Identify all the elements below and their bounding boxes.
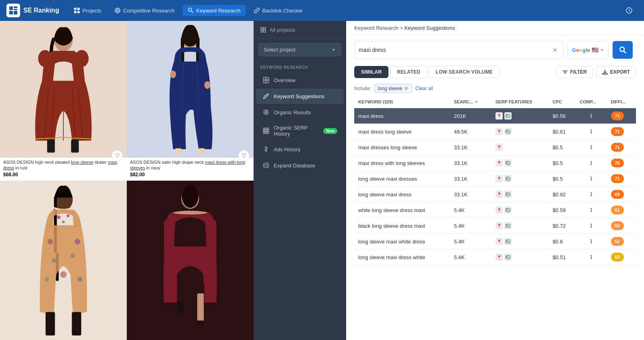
keyword-cell[interactable]: long sleeve maxi dress white xyxy=(354,249,450,265)
svg-rect-58 xyxy=(177,301,184,313)
img-serp-icon xyxy=(504,128,512,135)
svg-rect-87 xyxy=(603,73,607,74)
search-engine-selector[interactable]: Google 🇺🇸 xyxy=(568,41,609,59)
col-cpc[interactable]: CPC xyxy=(549,96,576,108)
pin-serp-icon: 📍 xyxy=(495,159,503,167)
pin-serp-icon: 📍 xyxy=(495,206,503,214)
svg-point-41 xyxy=(47,239,53,244)
svg-rect-3 xyxy=(9,11,13,14)
keyword-cell[interactable]: long sleeve maxi white dress xyxy=(354,234,450,249)
nav-keyword-label: Keyword Research xyxy=(196,8,241,14)
cpc-cell: $0.72 xyxy=(549,218,576,234)
all-projects-label: All projects xyxy=(270,27,295,33)
comp-cell: 1 xyxy=(576,218,607,234)
sidebar-item-keyword-suggestions[interactable]: Keyword Suggestions xyxy=(256,89,344,104)
col-comp[interactable]: COMP... xyxy=(576,96,607,108)
filter-tag-remove-button[interactable]: ✕ xyxy=(404,85,409,91)
serp-features-cell: 📍 xyxy=(491,171,549,187)
nav-item-timer[interactable] xyxy=(621,4,638,16)
keyword-cell[interactable]: maxi dress with long sleeves xyxy=(354,155,450,171)
col-keyword[interactable]: KEYWORD (329) xyxy=(354,96,450,108)
search-button[interactable] xyxy=(613,41,633,59)
keyword-cell[interactable]: long sleeve maxi dress xyxy=(354,187,450,202)
breadcrumb-parent[interactable]: Keyword Research xyxy=(354,25,398,31)
select-project-dropdown[interactable]: Select project xyxy=(258,43,341,56)
difficulty-cell: 54 xyxy=(607,218,636,234)
svg-point-81 xyxy=(264,163,268,165)
search-volume-cell: 33.1K xyxy=(450,155,491,171)
cpc-cell: $0.5 xyxy=(549,155,576,171)
svg-rect-92 xyxy=(506,161,510,165)
search-volume-cell: 5.4K xyxy=(450,202,491,218)
keyword-cell[interactable]: black long sleeve dress maxi xyxy=(354,218,450,234)
svg-rect-65 xyxy=(266,77,269,80)
svg-rect-33 xyxy=(199,148,205,154)
nav-item-backlink-checker[interactable]: Backlink Checker xyxy=(249,5,308,16)
svg-rect-61 xyxy=(264,27,266,29)
tab-similar[interactable]: SIMILAR xyxy=(354,66,388,78)
svg-point-70 xyxy=(266,112,266,113)
col-diff[interactable]: DIFFI... xyxy=(607,96,636,108)
nav-backlink-label: Backlink Checker xyxy=(262,8,303,14)
svg-rect-62 xyxy=(261,30,263,32)
svg-rect-59 xyxy=(197,320,204,325)
tab-related[interactable]: RELATED xyxy=(390,66,427,78)
difficulty-cell: 51 xyxy=(607,202,636,218)
product-1-wishlist-button[interactable]: ♡ xyxy=(111,150,123,161)
search-clear-button[interactable]: ✕ xyxy=(552,46,557,54)
nav-item-projects[interactable]: Projects xyxy=(69,5,106,16)
main-content: Keyword Research > Keyword Suggestions ✕… xyxy=(346,21,644,340)
svg-rect-4 xyxy=(14,11,17,14)
svg-rect-100 xyxy=(506,224,510,227)
sidebar-item-expand-database[interactable]: Expand Database xyxy=(256,158,344,173)
svg-rect-24 xyxy=(47,140,55,152)
sidebar-item-ads-history[interactable]: Ads History xyxy=(256,142,344,157)
svg-rect-25 xyxy=(71,140,79,152)
tab-low-search-volume[interactable]: LOW SEARCH VOLUME xyxy=(429,66,500,78)
nav-item-competitive-research[interactable]: Competitive Research xyxy=(109,5,180,16)
col-search[interactable]: SEARC... ▼ xyxy=(450,96,491,108)
svg-rect-72 xyxy=(265,128,267,130)
sidebar-item-overview[interactable]: Overview xyxy=(256,72,344,88)
nav-projects-label: Projects xyxy=(83,8,101,14)
table-row: maxi dresses long sleeve33.1K📍$0.5171 xyxy=(354,140,636,155)
search-input[interactable] xyxy=(359,47,552,53)
difficulty-cell: 71 xyxy=(607,171,636,187)
search-volume-cell: 5.4K xyxy=(450,234,491,249)
top-navigation: SE Ranking Projects Competitive Research xyxy=(0,0,644,21)
pin-serp-icon: 📍 xyxy=(495,222,503,229)
product-1-price: $68.00 xyxy=(3,172,124,177)
cpc-cell: $0.56 xyxy=(549,108,576,124)
cpc-cell: $0.92 xyxy=(549,187,576,202)
svg-rect-77 xyxy=(263,132,265,134)
keyword-cell[interactable]: maxi dresses long sleeve xyxy=(354,140,450,155)
col-serp: SERP FEATURES xyxy=(491,96,549,108)
svg-rect-7 xyxy=(74,11,76,13)
sidebar-all-projects[interactable]: All projects xyxy=(254,21,346,39)
img-serp-icon xyxy=(504,175,512,182)
svg-point-46 xyxy=(45,277,50,282)
svg-rect-67 xyxy=(266,80,269,83)
pin-serp-icon: 📍 xyxy=(495,238,503,245)
img-serp-icon xyxy=(504,159,512,167)
svg-rect-90 xyxy=(506,130,510,133)
keyword-cell[interactable]: maxi dress long sleeve xyxy=(354,124,450,140)
svg-rect-5 xyxy=(74,8,76,10)
product-2-info: ASOS DESIGN satin high drape neck maxi d… xyxy=(127,158,254,181)
sidebar-item-organic-results[interactable]: Organic Results xyxy=(256,105,344,120)
sidebar-item-organic-serp-history[interactable]: Organic SERP History New xyxy=(256,121,344,141)
table-row: long sleeve maxi dress33.1K📍$0.92169 xyxy=(354,187,636,202)
keyword-cell[interactable]: white long sleeve dress maxi xyxy=(354,202,450,218)
nav-item-keyword-research[interactable]: Keyword Research xyxy=(183,5,246,16)
product-2-wishlist-button[interactable]: ♡ xyxy=(238,150,250,161)
clear-all-filters-button[interactable]: Clear all xyxy=(415,86,433,91)
grid-icon xyxy=(262,76,270,84)
difficulty-badge: 54 xyxy=(611,221,624,230)
filter-button[interactable]: FILTER xyxy=(556,66,593,78)
product-panel: ASOS DESIGN high neck pleated long sleev… xyxy=(0,21,254,340)
filter-tag-value: long sleeve xyxy=(378,86,402,91)
keyword-cell[interactable]: maxi dress xyxy=(354,108,450,124)
keyword-cell[interactable]: long sleeve maxi dresses xyxy=(354,171,450,187)
export-button[interactable]: EXPORT xyxy=(596,66,636,78)
pin-serp-icon: 📍 xyxy=(495,175,503,182)
